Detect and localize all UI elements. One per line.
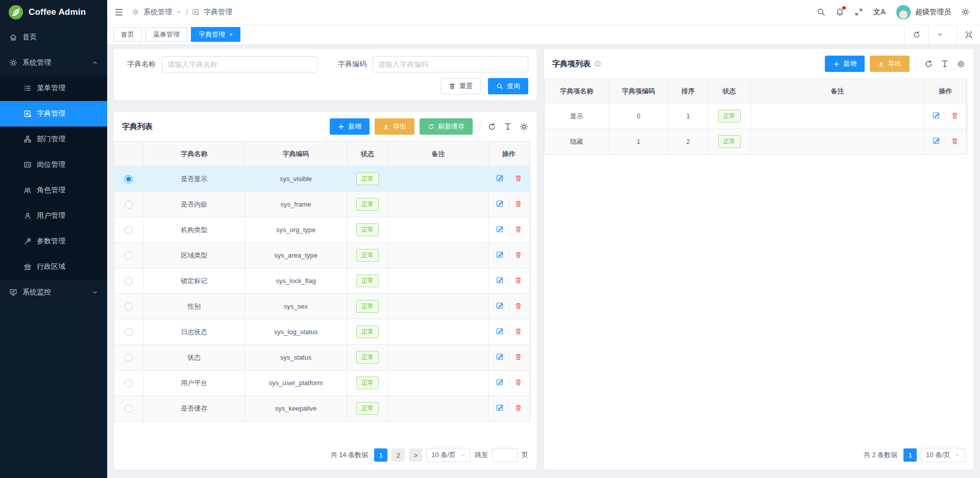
fullscreen-icon[interactable] [854, 8, 863, 16]
row-select-radio[interactable] [125, 200, 133, 209]
tab-dict-mgmt[interactable]: 字典管理 × [191, 27, 240, 42]
edit-icon[interactable] [496, 404, 504, 412]
page-button-1[interactable]: 1 [374, 448, 387, 462]
dict-table-row[interactable]: 用户平台 sys_user_platform 正常 [114, 370, 530, 396]
edit-icon[interactable] [496, 199, 504, 208]
add-dict-item-button[interactable]: 新增 [825, 56, 865, 72]
breadcrumb-parent[interactable]: 系统管理 [143, 8, 172, 17]
page-button-1[interactable]: 1 [903, 448, 917, 462]
row-select-radio[interactable] [125, 303, 133, 311]
sidebar-item-post-mgmt[interactable]: 岗位管理 [0, 152, 107, 178]
sidebar-item-admin-region[interactable]: 行政区域 [0, 254, 107, 280]
row-select-radio[interactable] [125, 379, 133, 387]
sidebar-item-dict-mgmt[interactable]: 字典管理 [0, 101, 107, 127]
delete-icon[interactable] [951, 137, 959, 145]
add-dict-button[interactable]: 新增 [330, 118, 370, 135]
column-settings-gear-icon[interactable] [957, 60, 965, 68]
dict-item-row[interactable]: 显示 0 1 正常 [545, 104, 967, 129]
delete-icon[interactable] [514, 276, 522, 284]
row-select-radio[interactable] [125, 328, 133, 336]
delete-icon[interactable] [951, 112, 959, 119]
delete-icon[interactable] [514, 353, 522, 361]
notification-bell[interactable] [836, 8, 844, 16]
edit-icon[interactable] [932, 137, 940, 145]
row-select-radio[interactable] [125, 226, 133, 234]
remark-cell [388, 396, 488, 421]
collapse-sidebar-icon[interactable] [114, 8, 124, 17]
dict-table-row[interactable]: 是否显示 sys_visible 正常 [114, 166, 530, 192]
spacer [114, 421, 536, 440]
row-height-icon[interactable] [941, 60, 949, 68]
query-button[interactable]: 查询 [488, 78, 528, 94]
tab-menu-mgmt[interactable]: 菜单管理 [145, 27, 187, 42]
page-size-select[interactable]: 10 条/页 [426, 448, 471, 462]
edit-icon[interactable] [496, 301, 504, 310]
item-name-cell: 显示 [545, 104, 609, 129]
refresh-tab-button[interactable] [904, 24, 928, 44]
delete-icon[interactable] [514, 379, 522, 386]
row-select-radio[interactable] [125, 251, 133, 260]
column-settings-gear-icon[interactable] [520, 122, 528, 131]
reset-button[interactable]: 重置 [440, 78, 481, 94]
row-height-icon[interactable] [504, 122, 512, 131]
dict-table-row[interactable]: 机构类型 sys_org_type 正常 [114, 217, 530, 243]
dict-item-row[interactable]: 隐藏 1 2 正常 [545, 129, 967, 155]
edit-icon[interactable] [496, 225, 504, 233]
tab-options-button[interactable] [928, 24, 951, 44]
edit-icon[interactable] [496, 276, 504, 284]
scrollbar-gutter[interactable] [530, 141, 536, 421]
sidebar-item-dept-mgmt[interactable]: 部门管理 [0, 127, 107, 152]
edit-icon[interactable] [932, 111, 940, 119]
refresh-cache-button[interactable]: 刷新缓存 [420, 118, 473, 135]
maximize-content-button[interactable] [957, 24, 980, 44]
edit-icon[interactable] [496, 327, 504, 335]
translate-icon[interactable]: 文A [873, 8, 886, 17]
sidebar-item-monitor[interactable]: 系统监控 [0, 280, 107, 305]
jump-page-input[interactable] [492, 448, 518, 462]
edit-icon[interactable] [496, 353, 504, 361]
row-select-radio[interactable] [125, 175, 133, 183]
page-size-select[interactable]: 10 条/页 [921, 448, 965, 462]
dict-table-row[interactable]: 性别 sys_sex 正常 [114, 294, 530, 319]
sidebar-item-home[interactable]: 首页 [0, 24, 107, 50]
next-page-button[interactable]: > [409, 448, 422, 462]
sidebar-item-role-mgmt[interactable]: 角色管理 [0, 178, 107, 203]
delete-icon[interactable] [514, 200, 522, 208]
settings-gear-icon[interactable] [961, 8, 970, 16]
page-button-2[interactable]: 2 [391, 448, 405, 462]
refresh-table-icon[interactable] [487, 122, 496, 131]
dict-table-row[interactable]: 是否缓存 sys_keepalive 正常 [114, 396, 530, 421]
sidebar-item-menu-mgmt[interactable]: 菜单管理 [0, 76, 107, 101]
row-select-radio[interactable] [125, 277, 133, 285]
dict-name-input[interactable] [162, 56, 317, 72]
sidebar-item-system[interactable]: 系统管理 [0, 50, 107, 76]
edit-icon[interactable] [496, 378, 504, 386]
dict-code-input[interactable] [373, 56, 528, 72]
dict-code-cell: sys_visible [245, 166, 347, 192]
delete-icon[interactable] [514, 302, 522, 310]
dict-table-row[interactable]: 锁定标记 sys_lock_flag 正常 [114, 268, 530, 294]
dict-table-row[interactable]: 状态 sys_status 正常 [114, 345, 530, 370]
user-menu[interactable]: 超级管理员 [896, 5, 951, 20]
export-dict-items-button[interactable]: 导出 [870, 56, 910, 72]
delete-icon[interactable] [514, 404, 522, 412]
sidebar-item-param-mgmt[interactable]: 参数管理 [0, 229, 107, 254]
refresh-table-icon[interactable] [924, 60, 933, 68]
delete-icon[interactable] [514, 174, 522, 182]
sidebar-item-user-mgmt[interactable]: 用户管理 [0, 203, 107, 229]
edit-icon[interactable] [496, 174, 504, 182]
close-icon[interactable]: × [229, 31, 233, 38]
edit-icon[interactable] [496, 250, 504, 259]
dict-table-row[interactable]: 区域类型 sys_area_type 正常 [114, 243, 530, 268]
row-select-radio[interactable] [125, 354, 133, 362]
search-icon[interactable] [817, 8, 825, 16]
delete-icon[interactable] [514, 225, 522, 233]
delete-icon[interactable] [514, 328, 522, 335]
delete-icon[interactable] [514, 251, 522, 259]
dict-table-row[interactable]: 日志状态 sys_log_status 正常 [114, 319, 530, 345]
dict-table-row[interactable]: 是否内嵌 sys_frame 正常 [114, 192, 530, 217]
scrollbar-gutter[interactable] [967, 79, 973, 155]
row-select-radio[interactable] [125, 405, 133, 413]
tab-home[interactable]: 首页 [113, 27, 142, 42]
export-dict-button[interactable]: 导出 [375, 118, 414, 135]
